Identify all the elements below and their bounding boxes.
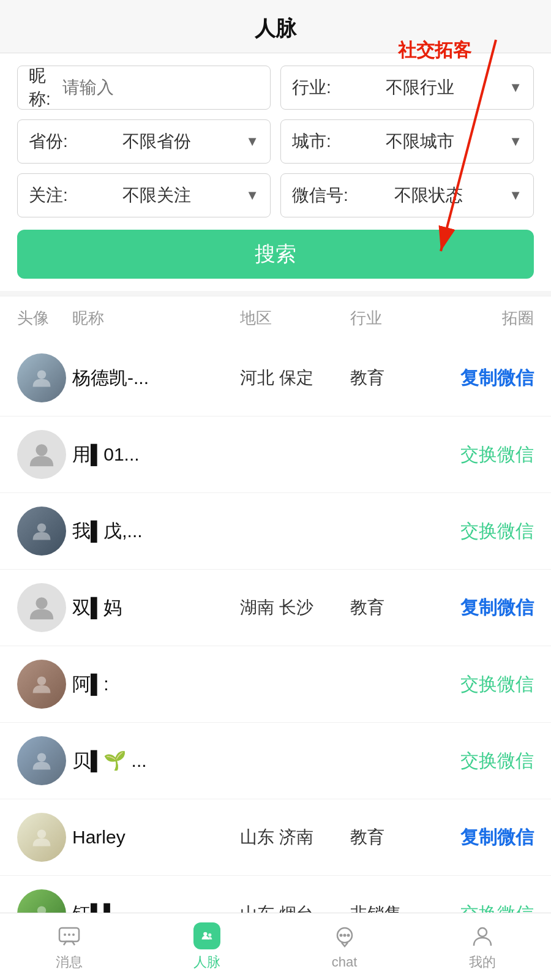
user-list: 杨德凯-... 河北 保定 教育 复制微信 用▌01... 交换微信 我▌戊,.… bbox=[0, 340, 551, 952]
filter-row-3: 关注: 不限关注 ▼ 微信号: 不限状态 ▼ bbox=[17, 173, 534, 217]
col-header-industry: 行业 bbox=[350, 307, 430, 329]
user-action-button[interactable]: 交换微信 bbox=[430, 672, 534, 697]
user-region: 河北 保定 bbox=[240, 366, 350, 390]
col-header-action: 拓圈 bbox=[430, 307, 534, 329]
mine-icon bbox=[469, 922, 496, 949]
svg-point-7 bbox=[37, 753, 46, 761]
province-dropdown-arrow: ▼ bbox=[246, 134, 259, 149]
svg-point-19 bbox=[347, 933, 350, 937]
user-name: 阿▌: bbox=[66, 672, 240, 697]
wechat-dropdown-arrow: ▼ bbox=[509, 187, 522, 203]
user-action-button[interactable]: 复制微信 bbox=[430, 595, 534, 620]
wechat-filter[interactable]: 微信号: 不限状态 ▼ bbox=[280, 173, 534, 217]
avatar bbox=[17, 430, 66, 479]
user-name: 杨德凯-... bbox=[66, 366, 240, 391]
province-value: 不限省份 bbox=[122, 130, 191, 153]
city-filter[interactable]: 城市: 不限城市 ▼ bbox=[280, 119, 534, 164]
table-row: 贝▌🌱 ... 交换微信 bbox=[0, 723, 551, 799]
user-name: 我▌戊,... bbox=[66, 519, 240, 544]
col-header-avatar: 头像 bbox=[17, 307, 72, 329]
col-header-name: 昵称 bbox=[72, 307, 240, 329]
svg-point-12 bbox=[68, 933, 70, 936]
svg-point-11 bbox=[64, 933, 66, 936]
nickname-input[interactable] bbox=[62, 78, 259, 97]
svg-point-3 bbox=[36, 444, 47, 456]
city-dropdown-arrow: ▼ bbox=[509, 134, 522, 149]
avatar bbox=[17, 583, 66, 632]
industry-label: 行业: bbox=[292, 76, 331, 99]
svg-point-18 bbox=[343, 933, 346, 937]
follow-filter[interactable]: 关注: 不限关注 ▼ bbox=[17, 173, 271, 217]
svg-point-2 bbox=[37, 370, 46, 379]
table-row: 用▌01... 交换微信 bbox=[0, 417, 551, 493]
nav-item-chat[interactable]: chat bbox=[276, 924, 413, 970]
user-action-button[interactable]: 交换微信 bbox=[430, 442, 534, 467]
wechat-label: 微信号: bbox=[292, 184, 348, 207]
messages-icon bbox=[56, 922, 83, 949]
table-row: 双▌妈 湖南 长沙 教育 复制微信 bbox=[0, 570, 551, 646]
wechat-value: 不限状态 bbox=[394, 184, 463, 207]
svg-point-17 bbox=[339, 933, 342, 937]
industry-dropdown-arrow: ▼ bbox=[509, 80, 522, 96]
user-region: 湖南 长沙 bbox=[240, 596, 350, 619]
bottom-nav: 消息 人脉 bbox=[0, 913, 551, 980]
avatar bbox=[17, 736, 66, 785]
avatar bbox=[17, 507, 66, 556]
nav-label-contacts: 人脉 bbox=[193, 953, 220, 971]
chat-icon bbox=[331, 924, 358, 951]
table-row: 杨德凯-... 河北 保定 教育 复制微信 bbox=[0, 340, 551, 417]
nickname-filter[interactable]: 昵称: bbox=[17, 66, 271, 110]
user-action-button[interactable]: 复制微信 bbox=[430, 366, 534, 391]
contacts-icon bbox=[193, 922, 220, 949]
nickname-label: 昵称: bbox=[29, 64, 62, 111]
nav-label-messages: 消息 bbox=[56, 953, 83, 971]
svg-point-14 bbox=[203, 932, 207, 935]
svg-point-4 bbox=[37, 523, 46, 532]
user-industry: 教育 bbox=[350, 366, 430, 390]
nav-label-chat: chat bbox=[332, 954, 358, 970]
avatar bbox=[17, 353, 66, 402]
user-name: Harley bbox=[66, 827, 240, 848]
filter-row-1: 昵称: 行业: 不限行业 ▼ bbox=[17, 66, 534, 110]
svg-point-5 bbox=[36, 597, 47, 609]
user-name: 用▌01... bbox=[66, 442, 240, 467]
table-row: Harley 山东 济南 教育 复制微信 bbox=[0, 799, 551, 876]
follow-value: 不限关注 bbox=[122, 184, 191, 207]
filter-section: 昵称: 行业: 不限行业 ▼ 省份: 不限省份 ▼ 城市: 不限城市 ▼ bbox=[0, 53, 551, 291]
nav-item-contacts[interactable]: 人脉 bbox=[138, 922, 276, 971]
follow-label: 关注: bbox=[29, 184, 68, 207]
table-row: 我▌戊,... 交换微信 bbox=[0, 493, 551, 570]
user-action-button[interactable]: 复制微信 bbox=[430, 825, 534, 850]
svg-point-20 bbox=[478, 928, 487, 937]
table-row: 阿▌: 交换微信 bbox=[0, 646, 551, 723]
nav-item-mine[interactable]: 我的 bbox=[413, 922, 551, 971]
user-name: 贝▌🌱 ... bbox=[66, 748, 240, 774]
search-button[interactable]: 搜索 bbox=[17, 230, 534, 279]
user-industry: 教育 bbox=[350, 596, 430, 619]
user-name: 双▌妈 bbox=[66, 595, 240, 620]
user-industry: 教育 bbox=[350, 826, 430, 849]
user-region: 山东 济南 bbox=[240, 826, 350, 849]
svg-point-8 bbox=[37, 829, 46, 838]
col-header-region: 地区 bbox=[240, 307, 350, 329]
follow-dropdown-arrow: ▼ bbox=[246, 187, 259, 203]
nav-label-mine: 我的 bbox=[469, 953, 496, 971]
svg-point-6 bbox=[37, 676, 46, 685]
user-action-button[interactable]: 交换微信 bbox=[430, 519, 534, 544]
industry-filter[interactable]: 行业: 不限行业 ▼ bbox=[280, 66, 534, 110]
social-annotation: 社交拓客 bbox=[398, 38, 471, 63]
industry-value: 不限行业 bbox=[386, 76, 454, 99]
svg-point-15 bbox=[208, 933, 211, 936]
avatar bbox=[17, 813, 66, 862]
city-label: 城市: bbox=[292, 130, 331, 153]
province-label: 省份: bbox=[29, 130, 68, 153]
avatar bbox=[17, 660, 66, 709]
user-action-button[interactable]: 交换微信 bbox=[430, 748, 534, 774]
province-filter[interactable]: 省份: 不限省份 ▼ bbox=[17, 119, 271, 164]
nav-item-messages[interactable]: 消息 bbox=[0, 922, 138, 971]
filter-row-2: 省份: 不限省份 ▼ 城市: 不限城市 ▼ bbox=[17, 119, 534, 164]
city-value: 不限城市 bbox=[386, 130, 454, 153]
svg-point-13 bbox=[72, 933, 75, 936]
table-header: 头像 昵称 地区 行业 拓圈 bbox=[0, 296, 551, 340]
